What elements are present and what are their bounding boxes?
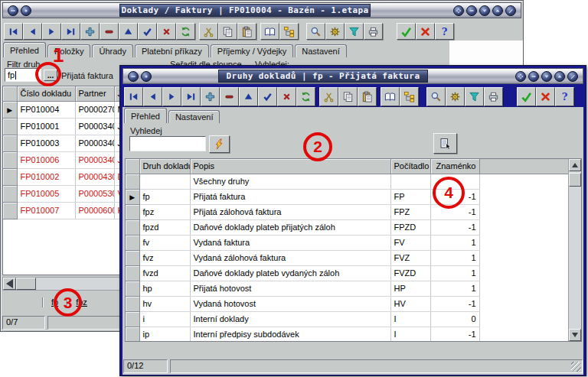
pin-button[interactable] <box>567 71 578 82</box>
options-button[interactable] <box>21 5 31 16</box>
table-cell[interactable]: -1 <box>430 296 479 311</box>
table-row[interactable]: Všechny druhy <box>126 174 479 189</box>
table-cell[interactable]: P0000340 <box>75 118 114 135</box>
tab-nastaveni[interactable]: Nastavení <box>168 110 220 123</box>
row-selector[interactable] <box>126 219 139 235</box>
maximize-button[interactable] <box>453 5 464 16</box>
filter-button[interactable] <box>465 87 484 106</box>
copy-button[interactable] <box>338 87 358 106</box>
search-button[interactable] <box>306 23 325 40</box>
tab-prehled[interactable]: Přehled <box>124 108 167 123</box>
table-cell[interactable]: P0000270 <box>75 101 114 118</box>
post-edit-button[interactable] <box>138 23 157 40</box>
row-selector[interactable] <box>126 327 139 342</box>
table-row[interactable]: ipInterní předpisy subdodávekI-1 <box>126 327 479 342</box>
table-cell[interactable]: HP <box>390 281 430 296</box>
table-cell[interactable]: P0000340 <box>75 135 114 151</box>
row-selector[interactable] <box>3 151 17 168</box>
titlebar-front[interactable]: Druhy dokladů | fp - Přijatá faktura <box>122 68 583 84</box>
row-selector[interactable] <box>126 281 139 296</box>
table-row[interactable]: fvzVydaná zálohová fakturaFVZ1 <box>126 250 479 265</box>
table-cell[interactable]: FP010005 <box>17 185 75 202</box>
table-cell[interactable]: 1 <box>430 265 479 281</box>
table-cell[interactable] <box>139 174 190 189</box>
edit-record-button[interactable] <box>239 87 258 106</box>
tab-nastaveni[interactable]: Nastavení <box>295 44 347 57</box>
table-cell[interactable]: 1 <box>430 281 479 296</box>
tab-platebni-prikazy[interactable]: Platební příkazy <box>135 44 209 57</box>
table-cell[interactable]: Přijatá faktura <box>190 189 390 204</box>
paste-button[interactable] <box>237 23 256 40</box>
table-cell[interactable]: P0000340 <box>75 151 114 168</box>
table-cell[interactable]: FVZD <box>390 265 430 281</box>
documents-book-button[interactable] <box>260 23 279 40</box>
delete-record-button[interactable] <box>100 23 119 40</box>
table-cell[interactable]: Vydaná zálohová faktura <box>190 250 390 265</box>
column-header-popis[interactable]: Popis <box>190 159 390 174</box>
table-cell[interactable]: FV <box>390 235 430 250</box>
table-cell[interactable]: i <box>139 311 190 327</box>
options-button[interactable] <box>141 71 152 82</box>
table-cell[interactable]: fvz <box>139 250 190 265</box>
table-cell[interactable]: ip <box>139 327 190 342</box>
table-cell[interactable]: FP010004 <box>17 101 75 118</box>
scroll-up-button[interactable] <box>569 159 581 171</box>
row-selector[interactable] <box>126 296 139 311</box>
table-cell[interactable]: P0000600 <box>75 202 114 219</box>
table-cell[interactable]: P0000530 <box>75 185 114 202</box>
table-cell[interactable]: Interní doklady <box>190 311 390 327</box>
refresh-button[interactable] <box>296 87 315 106</box>
row-selector[interactable] <box>126 250 139 265</box>
last-record-button[interactable] <box>181 87 201 106</box>
pin-button[interactable] <box>505 5 516 16</box>
shade-up-button[interactable] <box>554 71 565 82</box>
first-record-button[interactable] <box>124 87 143 106</box>
table-cell[interactable]: HV <box>390 296 430 311</box>
table-cell[interactable]: hv <box>139 296 190 311</box>
table-cell[interactable]: fpzd <box>139 219 190 235</box>
row-selector[interactable] <box>3 135 17 151</box>
next-record-button[interactable] <box>162 87 181 106</box>
select-record-button[interactable] <box>433 133 457 154</box>
table-cell[interactable]: FP010002 <box>17 168 75 185</box>
row-selector[interactable] <box>3 202 17 219</box>
table-cell[interactable]: FPZD <box>390 219 430 235</box>
row-selector[interactable] <box>126 265 139 281</box>
cancel-edit-button[interactable] <box>157 23 176 40</box>
minimize-button[interactable] <box>528 71 539 82</box>
row-selector[interactable] <box>126 311 139 327</box>
cancel-button[interactable] <box>536 87 555 106</box>
column-header-cislo-dokladu[interactable]: Číslo dokladu <box>17 86 75 101</box>
table-cell[interactable]: FP010007 <box>17 202 75 219</box>
column-header-pocitadlo[interactable]: Počítadlo <box>390 159 430 174</box>
tab-uhrady[interactable]: Úhrady <box>92 44 132 57</box>
help-button[interactable]: ? <box>555 87 574 106</box>
minimize-button[interactable] <box>466 5 477 16</box>
column-header-partner[interactable]: Partner <box>75 86 114 101</box>
table-cell[interactable]: fp <box>139 189 190 204</box>
table-row[interactable]: fpzPřijatá zálohová fakturaFPZ-1 <box>126 204 479 219</box>
table-cell[interactable]: Vydaná hotovost <box>190 296 390 311</box>
cancel-edit-button[interactable] <box>277 87 296 106</box>
menu-button[interactable] <box>8 5 18 16</box>
column-header-druh-dokladu[interactable]: Druh dokladu <box>139 159 190 174</box>
table-cell[interactable]: Daňové doklady plateb vydaných záloh <box>190 265 390 281</box>
settings-button[interactable] <box>446 87 465 106</box>
search-button[interactable] <box>426 87 446 106</box>
prior-record-button[interactable] <box>143 87 162 106</box>
menu-button[interactable] <box>128 71 139 82</box>
table-cell[interactable]: Všechny druhy <box>190 174 390 189</box>
table-cell[interactable]: fv <box>139 235 190 250</box>
print-button[interactable] <box>484 87 503 106</box>
structure-tree-button[interactable] <box>400 87 419 106</box>
confirm-button[interactable] <box>517 87 536 106</box>
next-record-button[interactable] <box>42 23 61 40</box>
cut-button[interactable] <box>319 87 338 106</box>
column-header-znamenko[interactable]: Znaménko <box>430 159 479 174</box>
insert-record-button[interactable] <box>80 23 100 40</box>
table-cell[interactable]: hp <box>139 281 190 296</box>
cut-button[interactable] <box>199 23 218 40</box>
search-input[interactable] <box>129 136 206 151</box>
table-cell[interactable]: Daňové doklady plateb přijatých záloh <box>190 219 390 235</box>
settings-button[interactable] <box>325 23 345 40</box>
